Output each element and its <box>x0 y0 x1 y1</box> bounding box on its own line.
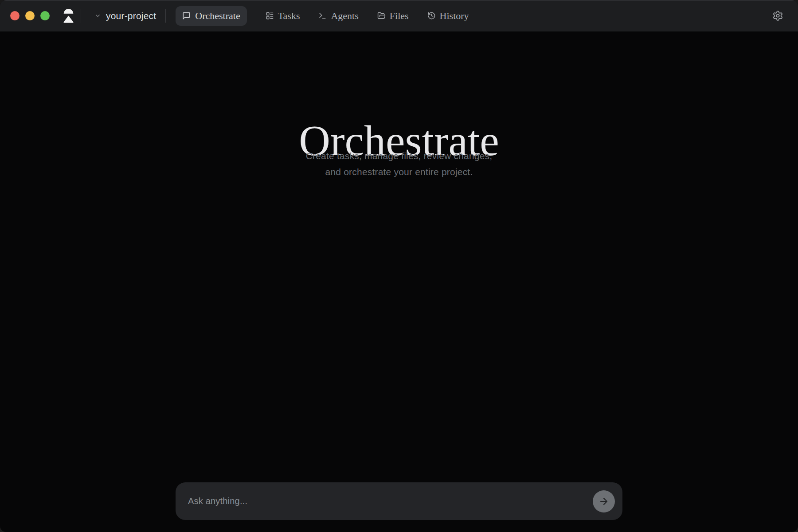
folder-open-icon <box>377 12 386 20</box>
layout-list-icon <box>266 12 274 20</box>
ask-anything-input[interactable] <box>176 482 593 520</box>
tab-label: History <box>440 10 469 22</box>
message-square-icon <box>182 12 191 20</box>
main-nav: Orchestrate Tasks Agents <box>176 6 469 26</box>
history-icon <box>427 12 436 20</box>
project-switcher[interactable]: your-project <box>94 11 156 21</box>
arrow-right-icon <box>598 496 609 507</box>
page-subtitle: Create tasks, manage files, review chang… <box>0 148 798 180</box>
subtitle-line-1: Create tasks, manage files, review chang… <box>0 148 798 164</box>
tab-label: Orchestrate <box>195 10 240 22</box>
app-window: your-project Orchestrate Tasks <box>0 0 798 532</box>
terminal-icon <box>318 12 327 20</box>
zoom-button[interactable] <box>40 11 50 20</box>
composer-bar <box>176 482 622 520</box>
tab-files[interactable]: Files <box>377 10 409 22</box>
window-controls <box>10 11 50 20</box>
tab-orchestrate[interactable]: Orchestrate <box>176 6 246 26</box>
settings-button[interactable] <box>772 10 783 21</box>
titlebar-divider <box>165 9 166 23</box>
tab-label: Tasks <box>278 10 300 22</box>
project-name: your-project <box>106 11 156 21</box>
close-button[interactable] <box>10 11 20 20</box>
conductor-logo-icon <box>63 9 74 23</box>
chevron-down-icon <box>94 12 101 19</box>
tab-label: Files <box>390 10 409 22</box>
tab-agents[interactable]: Agents <box>318 10 358 22</box>
tab-tasks[interactable]: Tasks <box>266 10 300 22</box>
titlebar-divider <box>81 9 81 23</box>
gear-icon <box>772 10 783 21</box>
send-button[interactable] <box>593 490 615 512</box>
title-bar: your-project Orchestrate Tasks <box>0 0 798 31</box>
minimize-button[interactable] <box>25 11 35 20</box>
tab-history[interactable]: History <box>427 10 469 22</box>
tab-label: Agents <box>331 10 358 22</box>
subtitle-line-2: and orchestrate your entire project. <box>0 164 798 180</box>
